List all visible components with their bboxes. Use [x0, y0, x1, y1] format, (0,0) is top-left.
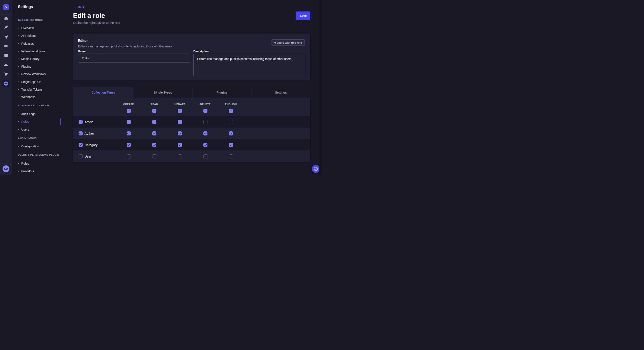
row-select-checkbox[interactable]	[78, 131, 83, 136]
required-asterisk: *	[86, 50, 86, 53]
title-rule	[18, 15, 23, 15]
user-delete-checkbox[interactable]	[204, 154, 208, 159]
bullet	[18, 163, 19, 164]
sidebar-item-releases[interactable]: Releases	[18, 40, 60, 47]
select-all-read-checkbox[interactable]	[152, 109, 156, 113]
tab-collection-types[interactable]: Collection Types	[73, 87, 134, 98]
sidebar-item-media-library[interactable]: Media Library	[18, 55, 60, 63]
sidebar-item-internationalization[interactable]: Internationalization	[18, 47, 60, 55]
select-all-delete-checkbox[interactable]	[204, 109, 208, 113]
article-update-checkbox[interactable]	[178, 120, 182, 124]
category-update-checkbox[interactable]	[178, 143, 182, 147]
bullet	[18, 35, 19, 36]
category-publish-checkbox[interactable]	[229, 143, 233, 147]
tab-divider	[252, 88, 252, 98]
name-input[interactable]	[78, 54, 190, 62]
sidebar-item-providers[interactable]: Providers	[18, 167, 60, 175]
row-select-checkbox[interactable]	[78, 143, 83, 147]
bullet	[18, 171, 19, 172]
bullet	[18, 129, 19, 130]
article-create-checkbox[interactable]	[127, 120, 131, 124]
scrollbar[interactable]	[319, 0, 322, 175]
settings-sidebar: Settings GLOBAL SETTINGS Overview API To…	[12, 0, 61, 175]
bullet	[18, 114, 19, 114]
row-select-checkbox[interactable]	[78, 154, 83, 159]
author-create-checkbox[interactable]	[127, 131, 131, 136]
bullet	[18, 51, 19, 52]
user-avatar[interactable]: KD	[2, 166, 9, 172]
article-publish-checkbox[interactable]	[229, 120, 233, 124]
select-all-update-checkbox[interactable]	[178, 109, 182, 113]
sidebar-item-api-tokens[interactable]: API Tokens	[18, 32, 60, 39]
section-administration-panel: ADMINISTRATION PANEL	[18, 104, 50, 108]
description-textarea[interactable]: Editors can manage and publish contents …	[193, 54, 305, 76]
strapi-logo-icon	[4, 5, 8, 9]
cloud-icon[interactable]	[4, 62, 8, 67]
tab-settings[interactable]: Settings	[252, 87, 310, 98]
category-delete-checkbox[interactable]	[204, 143, 208, 147]
sidebar-item-overview[interactable]: Overview	[18, 24, 60, 32]
user-create-checkbox[interactable]	[127, 154, 131, 159]
settings-gear-active[interactable]	[2, 80, 10, 87]
section-global-settings: GLOBAL SETTINGS	[18, 19, 42, 22]
active-item-indicator	[60, 118, 61, 126]
table-row-user: User	[73, 151, 310, 162]
name-field-label: Name*	[78, 50, 86, 53]
sidebar-item-roles-up[interactable]: Roles	[18, 160, 60, 167]
article-delete-checkbox[interactable]	[204, 120, 208, 124]
table-row-category: Category	[73, 139, 310, 151]
article-read-checkbox[interactable]	[152, 120, 156, 124]
column-header-create: CREATE	[116, 103, 142, 105]
bullet	[18, 97, 19, 97]
sidebar-item-users[interactable]: Users	[18, 126, 60, 133]
question-mark-icon: ?	[314, 167, 318, 171]
select-all-publish-checkbox[interactable]	[229, 109, 233, 113]
row-label: Category	[84, 139, 98, 151]
sidebar-item-review-workflows[interactable]: Review Workflows	[18, 70, 60, 78]
cart-icon[interactable]	[4, 72, 8, 76]
sidebar-item-audit-logs[interactable]: Audit Logs	[18, 110, 60, 118]
author-delete-checkbox[interactable]	[204, 131, 208, 136]
tab-single-types[interactable]: Single Types	[134, 87, 192, 98]
rail-divider	[0, 14, 12, 14]
sidebar-item-roles-admin[interactable]: Roles	[18, 118, 60, 126]
table-row-author: Author	[73, 128, 310, 139]
tab-plugins[interactable]: Plugins	[192, 87, 251, 98]
bullet	[18, 121, 19, 122]
category-read-checkbox[interactable]	[152, 143, 156, 147]
user-read-checkbox[interactable]	[152, 154, 156, 159]
author-update-checkbox[interactable]	[178, 131, 182, 136]
bullet	[18, 66, 19, 67]
row-select-checkbox[interactable]	[78, 120, 83, 124]
user-publish-checkbox[interactable]	[229, 154, 233, 159]
sidebar-item-webhooks[interactable]: Webhooks	[18, 93, 60, 101]
author-publish-checkbox[interactable]	[229, 131, 233, 136]
sidebar-item-single-sign-on[interactable]: Single Sign-On	[18, 78, 60, 86]
sidebar-item-plugins[interactable]: Plugins	[18, 63, 60, 70]
sidebar-item-configuration[interactable]: Configuration	[18, 143, 60, 150]
save-button[interactable]: Save	[296, 11, 310, 20]
users-with-role-badge: 0 users with this role	[272, 39, 305, 46]
feather-icon[interactable]	[4, 25, 8, 29]
category-create-checkbox[interactable]	[127, 143, 131, 147]
strapi-logo[interactable]	[3, 4, 9, 10]
media-images-icon[interactable]	[4, 44, 8, 48]
row-label: Author	[84, 128, 94, 139]
back-label: Back	[78, 5, 84, 9]
paper-plane-icon[interactable]	[4, 35, 8, 39]
sidebar-item-transfer-tokens[interactable]: Transfer Tokens	[18, 86, 60, 93]
author-read-checkbox[interactable]	[152, 131, 156, 136]
role-name-heading: Editor	[78, 39, 88, 43]
bullet	[18, 58, 19, 59]
select-all-create-checkbox[interactable]	[127, 109, 131, 113]
layout-icon[interactable]	[4, 53, 8, 58]
row-label: Article	[84, 116, 94, 128]
back-link[interactable]: ← Back	[73, 5, 84, 9]
section-users-permissions-plugin: USERS & PERMISSIONS PLUGIN	[18, 154, 59, 157]
bullet	[18, 74, 19, 74]
app-window: KD Settings GLOBAL SETTINGS Overview API…	[0, 0, 322, 175]
tab-divider	[192, 88, 193, 98]
role-summary: Editors can manage and publish contents …	[78, 45, 173, 48]
user-update-checkbox[interactable]	[178, 154, 182, 159]
home-icon[interactable]	[4, 16, 8, 20]
